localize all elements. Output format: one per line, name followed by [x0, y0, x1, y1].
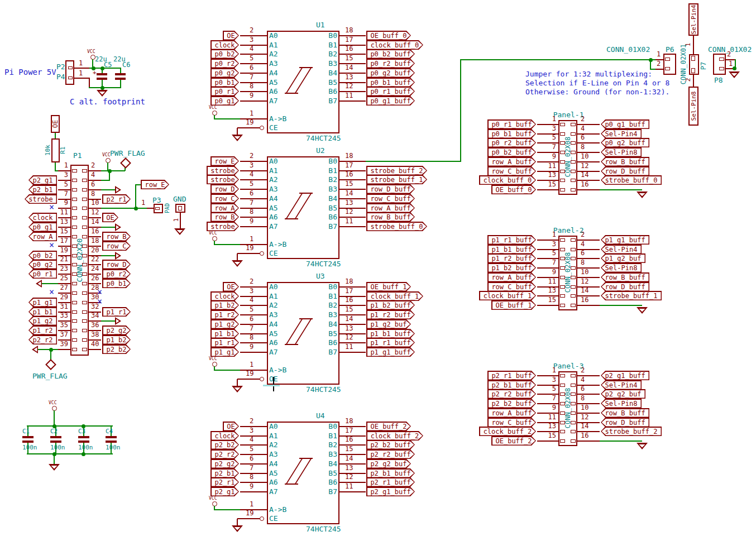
net-label-text: p2_r1_buff — [487, 372, 536, 379]
pin-slot — [82, 319, 87, 323]
pin-number: 19 — [246, 510, 253, 516]
pin-name: B4 — [317, 460, 337, 467]
p1-ref[interactable]: P1 — [73, 152, 82, 159]
pin-stub — [577, 189, 600, 190]
connector-p2p4-body[interactable] — [65, 60, 74, 85]
p8-ref[interactable]: P8 — [714, 76, 723, 84]
wire — [214, 118, 241, 119]
power-section-title[interactable]: Pi Power 5V — [4, 68, 56, 76]
cap-value[interactable]: 100n — [22, 444, 37, 451]
pwr-flag-label[interactable]: PWR_FLAG — [32, 372, 68, 380]
chip-part[interactable]: 74HCT245 — [306, 260, 341, 267]
wire — [693, 36, 694, 54]
pin-slot — [571, 132, 576, 136]
gnd-conn-ref[interactable]: GND — [173, 195, 186, 203]
cap-value[interactable]: 100n — [106, 444, 121, 451]
panel-title[interactable]: Panel-3 — [553, 362, 584, 370]
net-label-text: p1_g2 — [210, 321, 239, 328]
p6-ref[interactable]: P6 — [666, 46, 674, 53]
pin-slot — [72, 216, 77, 219]
pin-stub — [58, 349, 70, 350]
chip-ref[interactable]: U4 — [316, 412, 325, 419]
pin-number: 11 — [539, 162, 556, 169]
pin-number: 34 — [91, 312, 99, 319]
cap-value[interactable]: 100n — [50, 444, 65, 451]
resistor-ref[interactable]: R1 — [60, 146, 66, 154]
net-label-text: p1_b1 — [210, 331, 239, 337]
pin-slot — [560, 132, 565, 136]
pin-slot — [665, 58, 670, 61]
connector-p6-body[interactable] — [663, 54, 676, 75]
chip-ref[interactable]: U1 — [316, 21, 325, 28]
pin-number: 8 — [581, 143, 585, 150]
pin-number: 6 — [581, 250, 585, 256]
cap-ref[interactable]: C3 — [78, 428, 85, 434]
pin-number: 15 — [345, 306, 353, 313]
pin-number: 13 — [345, 465, 353, 471]
chip-part[interactable]: 74HCT245 — [306, 135, 341, 142]
cap-footprint-note[interactable]: C alt. footprint — [70, 98, 145, 106]
net-label-text: row_A_buff — [366, 205, 415, 212]
pwr-flag-label[interactable]: PWR_FLAG — [110, 150, 145, 157]
pin-slot — [571, 411, 576, 415]
pin-slot — [560, 421, 565, 424]
pin-name: B1 — [317, 432, 337, 439]
resistor-value[interactable]: 10k — [45, 145, 51, 156]
pin-name: B3 — [317, 451, 337, 458]
pin-name: B7 — [317, 488, 337, 495]
p3-ref[interactable]: P3 — [152, 197, 161, 204]
pin-number: 1 — [729, 60, 733, 67]
chip-part[interactable]: 74HCT245 — [306, 525, 341, 533]
pin-stub — [240, 100, 267, 102]
pwr-flag-symbol[interactable] — [120, 157, 131, 169]
pin-number: 15 — [345, 446, 353, 452]
pin-name: A4 — [269, 460, 278, 467]
jumper-note-line-3[interactable]: Otherwise: Ground (for non-1:32). — [525, 88, 669, 95]
chip-part[interactable]: 74HCT245 — [306, 386, 341, 393]
pin-number: 13 — [345, 325, 353, 332]
net-label-text: strobe — [207, 167, 239, 174]
wire — [237, 128, 238, 135]
pin-slot — [719, 58, 724, 61]
p6-part[interactable]: CONN_01X02 — [606, 46, 650, 53]
pin-slot — [72, 245, 77, 248]
pin-number: 22 — [91, 256, 99, 262]
cap-value[interactable]: 100n — [78, 444, 93, 451]
net-label-text: OE — [223, 423, 239, 430]
wire — [136, 208, 147, 209]
cap-ref[interactable]: C5 — [104, 61, 112, 68]
cap-ref[interactable]: C6 — [122, 61, 130, 68]
pin-number: 18 — [345, 418, 353, 424]
pin-slot — [571, 402, 576, 405]
net-label-text: row_C — [102, 243, 131, 250]
pin-name: B6 — [317, 88, 337, 95]
pin-number: 5 — [250, 180, 253, 187]
junction-dot — [101, 86, 104, 90]
chip-ref[interactable]: U2 — [316, 147, 325, 154]
panel-title[interactable]: Panel-1 — [553, 111, 584, 118]
jumper-note-line-1[interactable]: Jumper for 1:32 multiplexing: — [525, 70, 652, 78]
net-label-text: p2_g1_buff — [366, 489, 415, 495]
pin-number: 2 — [250, 27, 253, 33]
pwr-flag-symbol[interactable] — [45, 359, 56, 370]
net-label-text: OE_buff_0 — [366, 32, 411, 39]
pin-number: 1 — [79, 60, 83, 66]
cap-ref[interactable]: C2 — [50, 428, 58, 434]
connector-p4-ref[interactable]: P4 — [56, 73, 65, 80]
panel-title[interactable]: Panel-2 — [553, 227, 584, 234]
cap-ref[interactable]: C1 — [22, 428, 30, 434]
pin-name: B0 — [317, 283, 337, 290]
p7-part[interactable]: CONN_02X01 — [680, 44, 687, 84]
chip-ref[interactable]: U3 — [316, 272, 325, 280]
jumper-note-line-2[interactable]: Selection if E-Line on Pin 4 or 8 — [525, 79, 669, 87]
pin-slot — [72, 207, 77, 210]
cap-ref[interactable]: C4 — [106, 428, 113, 434]
p3-value[interactable]: PAD — [165, 203, 170, 213]
connector-p8-body[interactable] — [713, 54, 726, 75]
net-label-text: clock_buff_0 — [479, 177, 536, 184]
pin-slot — [82, 235, 87, 238]
pin-number: 24 — [91, 265, 99, 272]
p7-ref[interactable]: P7 — [700, 62, 707, 70]
connector-p2-ref[interactable]: P2 — [56, 63, 65, 70]
wire — [102, 68, 103, 73]
